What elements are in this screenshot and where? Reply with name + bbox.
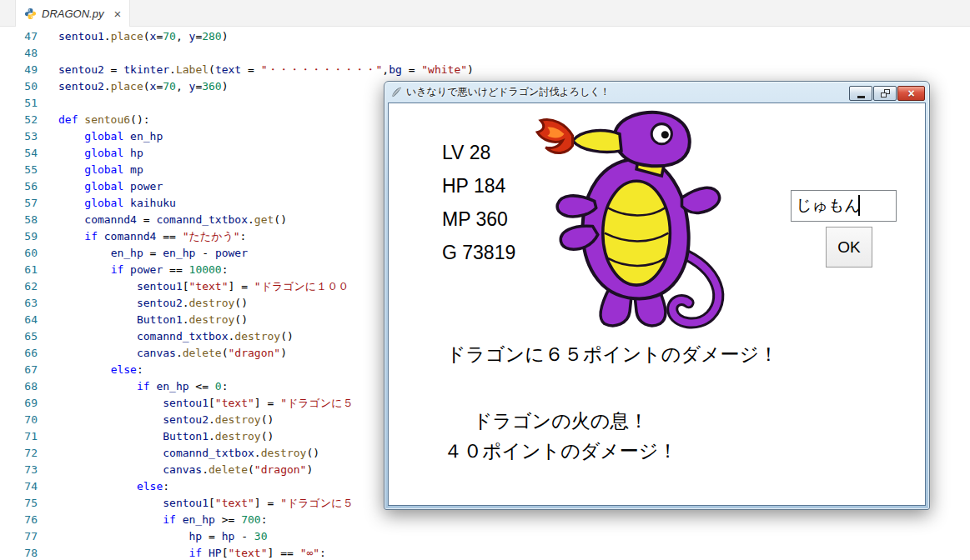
fire-breath-message: ドラゴンの火の息！ — [473, 408, 648, 434]
ok-button[interactable]: OK — [826, 227, 872, 268]
stat-mp: MP 360 — [442, 208, 508, 231]
close-icon: × — [907, 88, 914, 99]
line-number: 58 — [0, 212, 38, 228]
line-number: 70 — [0, 412, 38, 428]
dragon-image — [517, 107, 736, 330]
line-number: 67 — [0, 362, 38, 378]
damage2-message: ４０ポイントのダメージ！ — [444, 438, 677, 464]
minimize-button[interactable] — [849, 86, 872, 101]
restore-icon — [881, 89, 890, 98]
code-text: else: — [58, 480, 169, 492]
line-number: 71 — [0, 428, 38, 445]
line-number: 64 — [0, 312, 38, 328]
line-number: 77 — [0, 528, 38, 545]
line-number: 56 — [0, 178, 38, 195]
line-number: 50 — [0, 78, 38, 95]
code-line[interactable]: 76 if en_hp >= 700: — [0, 512, 970, 528]
code-text: sentou1["text"] = "ドラゴンに１００ — [58, 280, 349, 292]
code-text: global power — [58, 180, 163, 192]
window-controls: × — [849, 83, 925, 101]
minimize-icon — [857, 96, 865, 98]
python-icon — [24, 8, 37, 20]
code-text: def sentou6(): — [58, 113, 150, 126]
code-text: sentou1.place(x=70, y=280) — [58, 30, 229, 42]
code-text: hp = hp - 30 — [58, 530, 267, 542]
tab-dragon-py[interactable]: DRAGON.py × — [15, 0, 130, 27]
line-number: 76 — [0, 512, 38, 528]
stat-gold: G 73819 — [442, 242, 515, 264]
code-text: sentou2.place(x=70, y=360) — [58, 80, 229, 92]
code-text: if en_hp <= 0: — [58, 380, 229, 392]
line-number: 72 — [0, 445, 38, 462]
line-number: 47 — [0, 28, 38, 45]
code-text: comannd_txtbox.destroy() — [58, 447, 319, 459]
line-number: 55 — [0, 162, 38, 178]
tab-title: DRAGON.py — [42, 8, 103, 20]
line-number: 54 — [0, 145, 38, 162]
code-text: sentou1["text"] = "ドラゴンに５ — [58, 497, 354, 509]
code-line[interactable]: 48 — [0, 45, 970, 62]
code-text: canvas.delete("dragon") — [58, 463, 313, 476]
line-number: 69 — [0, 395, 38, 412]
line-number: 59 — [0, 228, 38, 245]
code-text: comannd_txtbox.destroy() — [58, 330, 294, 342]
tk-titlebar[interactable]: いきなりで悪いけどドラゴン討伐よろしく！ × — [388, 82, 926, 102]
line-number: 74 — [0, 478, 38, 495]
code-text: global hp — [58, 147, 143, 159]
close-icon[interactable]: × — [113, 8, 121, 20]
code-text: en_hp = en_hp - power — [58, 247, 248, 259]
code-text: sentou2.destroy() — [58, 297, 248, 309]
feather-icon — [391, 87, 402, 98]
stat-lv: LV 28 — [442, 142, 490, 164]
restore-button[interactable] — [873, 86, 897, 101]
line-number: 49 — [0, 62, 38, 78]
code-line[interactable]: 78 if HP["text"] == "∞": — [0, 545, 970, 560]
line-number: 65 — [0, 328, 38, 345]
code-text: if HP["text"] == "∞": — [58, 547, 326, 559]
code-line[interactable]: 49sentou2 = tkinter.Label(text = "・・・・・・… — [0, 62, 970, 78]
line-number: 52 — [0, 112, 38, 128]
line-number: 57 — [0, 195, 38, 212]
code-text: Button1.destroy() — [58, 313, 248, 326]
line-number: 53 — [0, 128, 38, 145]
code-text: if power == 10000: — [58, 263, 229, 276]
line-number: 63 — [0, 295, 38, 312]
stat-hp: HP 184 — [442, 175, 505, 198]
code-text: canvas.delete("dragon") — [58, 347, 287, 359]
window-title: いきなりで悪いけどドラゴン討伐よろしく！ — [406, 85, 611, 99]
code-text: global kaihuku — [58, 197, 176, 209]
line-number: 60 — [0, 245, 38, 262]
tk-window-content: LV 28 HP 184 MP 360 G 73819 — [388, 102, 926, 506]
code-text: sentou2.destroy() — [58, 413, 274, 426]
code-text: global en_hp — [58, 130, 163, 142]
line-number: 75 — [0, 495, 38, 512]
code-text: else: — [58, 363, 143, 376]
line-number: 78 — [0, 545, 38, 560]
code-text: if en_hp >= 700: — [58, 513, 267, 526]
line-number: 68 — [0, 378, 38, 395]
tk-window: いきなりで悪いけどドラゴン討伐よろしく！ × LV 28 HP 184 MP 3… — [384, 81, 930, 510]
code-text: Button1.destroy() — [58, 430, 274, 442]
code-text: if comannd4 == "たたかう": — [58, 230, 246, 242]
code-text: comannd4 = comannd_txtbox.get() — [58, 213, 287, 226]
command-input[interactable] — [791, 190, 897, 222]
line-number: 61 — [0, 262, 38, 278]
line-number: 51 — [0, 95, 38, 112]
code-text: sentou1["text"] = "ドラゴンに５ — [58, 397, 354, 409]
damage-message: ドラゴンに６５ポイントのダメージ！ — [446, 342, 778, 368]
close-button[interactable]: × — [897, 86, 925, 101]
line-number: 62 — [0, 278, 38, 295]
code-line[interactable]: 47sentou1.place(x=70, y=280) — [0, 28, 970, 45]
line-number: 73 — [0, 462, 38, 478]
code-text: sentou2 = tkinter.Label(text = "・・・・・・・・… — [58, 63, 474, 76]
line-number: 66 — [0, 345, 38, 362]
line-number: 48 — [0, 45, 38, 62]
code-text: global mp — [58, 163, 143, 176]
editor-tab-bar: DRAGON.py × — [0, 0, 970, 27]
code-line[interactable]: 77 hp = hp - 30 — [0, 528, 970, 545]
